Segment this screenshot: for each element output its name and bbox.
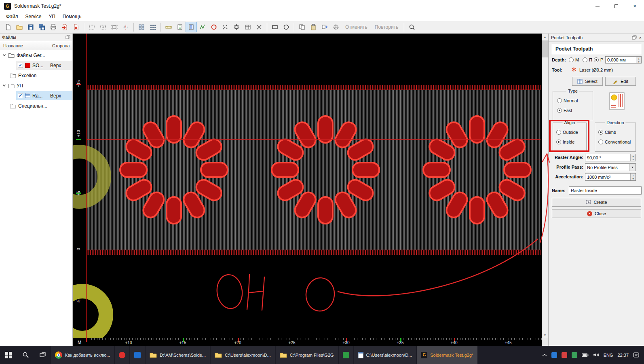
duplicate-button[interactable] [319, 22, 330, 32]
redo-button[interactable]: Повторить [371, 24, 402, 30]
vertical-scrollbar[interactable]: ▲ ▼ [542, 34, 548, 338]
column-name[interactable]: Название [0, 43, 50, 48]
raster-angle-spinner[interactable]: ▴▾ [630, 154, 636, 161]
layer-checkbox[interactable] [18, 63, 23, 68]
direction-option-conventional[interactable]: Conventional [598, 139, 631, 145]
menu-service[interactable]: Service [22, 13, 45, 20]
profile-pass-select[interactable]: No Profile Pass ▾ [585, 163, 636, 171]
fit-region-button[interactable] [109, 22, 120, 32]
menu-help[interactable]: Помощь [59, 13, 85, 20]
save-file-button[interactable] [25, 22, 36, 32]
depth-input[interactable]: 0,000 мм ▴▾ [605, 56, 642, 63]
settings-gear-button[interactable] [231, 22, 242, 32]
mirror-button[interactable] [120, 22, 131, 32]
tree-row-raster-toolpath[interactable]: Ra... Верх [0, 91, 72, 101]
tray-chevron-up-icon[interactable] [542, 353, 547, 357]
paste-button[interactable] [308, 22, 319, 32]
taskbar-app-soldermask[interactable]: G Soldermask Test.g2g* [417, 346, 477, 364]
float-panel-icon[interactable] [65, 35, 70, 40]
type-option-normal[interactable]: Normal [557, 98, 578, 104]
open-file-button[interactable] [14, 22, 25, 32]
acceleration-input[interactable]: 1000 mm/c² ▴▾ [585, 173, 636, 181]
design-canvas[interactable]: +15 +10 +5 0 -5 [73, 34, 542, 338]
show-layers-button[interactable] [174, 22, 186, 32]
taskbar-app-red[interactable] [115, 346, 129, 364]
taskbar-app-folder-users1[interactable]: C:\Users\alexmoon\D... [211, 346, 275, 364]
menu-file[interactable]: Файл [2, 13, 22, 20]
minimize-button[interactable] [588, 0, 607, 12]
tree-row-special[interactable]: Специальн... [0, 101, 72, 111]
close-panel-button[interactable]: × Close [552, 209, 641, 218]
search-button[interactable] [406, 22, 418, 32]
volume-icon[interactable] [593, 352, 599, 358]
start-button[interactable] [0, 346, 17, 364]
scroll-down-icon[interactable]: ▼ [542, 332, 548, 338]
scrollbar-thumb[interactable] [542, 40, 548, 57]
taskbar-search-button[interactable] [17, 346, 34, 364]
taskbar-app-green[interactable] [339, 346, 353, 364]
dropdown-arrow-icon[interactable]: ▾ [629, 164, 636, 171]
menu-up[interactable]: УП [45, 13, 59, 20]
toolpath-circle-button[interactable] [208, 22, 220, 32]
taskbar-app-blue[interactable] [130, 346, 145, 364]
select-tool-button[interactable]: Select [572, 77, 603, 86]
taskbar-app-document[interactable]: C:\Users\alexmoon\D... [354, 346, 416, 364]
taskbar-app-folder-schems[interactable]: D:\AM\Schems\Solde... [146, 346, 210, 364]
depth-spinner[interactable]: ▴▾ [636, 57, 641, 63]
type-option-fast[interactable]: Fast [557, 108, 572, 113]
clock[interactable]: 22:37 [617, 353, 629, 358]
column-side[interactable]: Сторона [50, 43, 72, 48]
toolpath-checkbox[interactable] [18, 93, 23, 98]
measure-button[interactable] [163, 22, 174, 32]
transform-button[interactable] [253, 22, 265, 32]
name-input[interactable]: Raster Inside [569, 186, 642, 195]
circle-primitive-button[interactable] [281, 22, 292, 32]
tree-row-gerber-files[interactable]: Файлы Ger... [0, 50, 72, 60]
task-view-button[interactable] [34, 346, 51, 364]
import-gerber-button[interactable] [59, 22, 70, 32]
tray-blue-icon[interactable] [551, 352, 557, 358]
align-option-outside[interactable]: Outside [556, 129, 578, 135]
raster-preview-icon[interactable] [608, 92, 626, 110]
new-file-button[interactable] [2, 22, 14, 32]
dots-button[interactable] [220, 22, 231, 32]
tree-row-soldermask-layer[interactable]: SO... Верх [0, 60, 72, 70]
depth-option-p[interactable]: П [583, 57, 592, 63]
select-region-button[interactable] [86, 22, 97, 32]
close-file-button[interactable] [70, 22, 82, 32]
action-center-icon[interactable] [633, 352, 639, 358]
align-option-inside[interactable]: Inside [556, 139, 574, 145]
direction-option-climb[interactable]: Climb [598, 129, 616, 135]
origin-button[interactable] [330, 22, 342, 32]
taskbar-app-folder-program[interactable]: C:\Program Files\G2G [276, 346, 338, 364]
panelize-button[interactable] [136, 22, 147, 32]
depth-option-r[interactable]: P [594, 57, 603, 63]
tray-red-icon[interactable] [562, 352, 567, 358]
depth-option-m[interactable]: M [569, 57, 579, 63]
edit-tool-button[interactable]: Edit [605, 77, 636, 86]
float-panel-icon[interactable] [632, 35, 637, 40]
rect-primitive-button[interactable] [269, 22, 281, 32]
move-region-button[interactable] [97, 22, 109, 32]
close-button[interactable]: × [625, 0, 644, 12]
battery-icon[interactable] [582, 353, 589, 358]
tray-green-icon[interactable] [572, 352, 577, 358]
raster-angle-input[interactable]: 90,00 ° ▴▾ [585, 154, 636, 161]
copy-button[interactable] [296, 22, 308, 32]
polyline-button[interactable] [197, 22, 208, 32]
undo-button[interactable]: Отменить [342, 24, 371, 30]
scroll-up-icon[interactable]: ▲ [542, 34, 548, 40]
table-button[interactable] [242, 22, 253, 32]
tree-row-excellon[interactable]: Excellon [0, 70, 72, 80]
print-button[interactable] [48, 22, 59, 32]
maximize-button[interactable] [607, 0, 625, 12]
taskbar-app-browser[interactable]: Как добавить исклю... [51, 346, 114, 364]
show-raster-button[interactable] [186, 22, 197, 32]
close-panel-icon[interactable]: × [639, 35, 642, 40]
language-indicator[interactable]: ENG [604, 353, 613, 358]
create-button[interactable]: Create [552, 198, 641, 207]
acceleration-spinner[interactable]: ▴▾ [630, 174, 636, 180]
tree-row-up-group[interactable]: УП [0, 80, 72, 91]
save-all-button[interactable] [36, 22, 48, 32]
array-button[interactable] [147, 22, 158, 32]
